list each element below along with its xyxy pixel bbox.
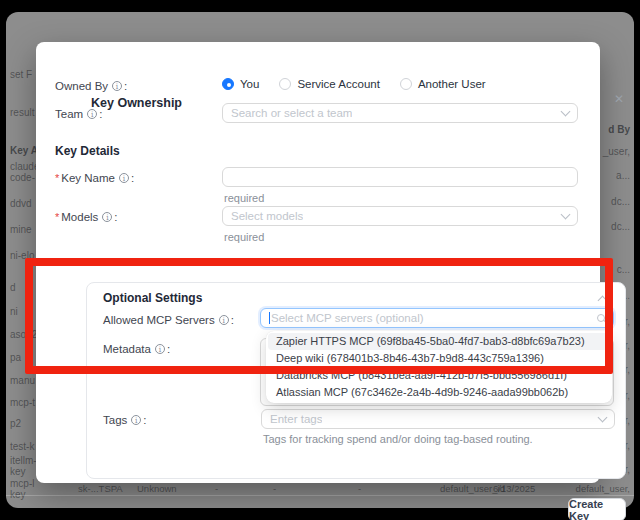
bg-fragment: ni <box>10 306 18 317</box>
key-name-required-hint: required <box>224 192 264 204</box>
create-key-button[interactable]: Create Key <box>568 498 626 520</box>
bg-fragment: ason2 <box>10 329 37 340</box>
owned-by-radio-group: You Service Account Another User <box>222 78 500 90</box>
search-icon <box>597 314 605 322</box>
screenshot-stage: set F result Key A claude code- ddvd min… <box>0 0 640 520</box>
bg-fragment: itellm- <box>10 455 37 466</box>
bg-column-header: d By <box>608 124 630 135</box>
info-icon: i <box>87 109 97 119</box>
chevron-down-icon <box>561 107 571 117</box>
team-placeholder: Search or select a team <box>231 107 352 119</box>
bg-fragment: _user, <box>603 146 630 157</box>
radio-you[interactable]: You <box>222 78 259 90</box>
bg-fragment: ddvd <box>10 198 32 209</box>
tags-select[interactable]: Enter tags <box>261 409 615 429</box>
mcp-servers-label: Allowed MCP Serversi: <box>103 314 234 326</box>
bg-row-key-token: sk-...TSPA <box>78 483 123 494</box>
bg-fragment: result <box>10 107 34 118</box>
mcp-option-atlassian[interactable]: Atlassian MCP (67c3462e-2a4b-4d9b-9246-a… <box>268 384 610 401</box>
mcp-servers-select[interactable]: Select MCP servers (optional) <box>260 308 614 328</box>
bg-fragment: mine <box>10 224 32 235</box>
bg-fragment: mcp-t <box>10 397 35 408</box>
chevron-down-icon <box>561 210 571 220</box>
bg-fragment: manu <box>10 375 35 386</box>
mcp-servers-dropdown: Zapier HTTPS MCP (69f8ba45-5ba0-4fd7-bab… <box>266 331 612 403</box>
tags-help-text: Tags for tracking spend and/or doing tag… <box>263 433 533 445</box>
models-required-hint: required <box>224 231 264 243</box>
bg-row-date: 6/13/2025 <box>493 483 535 494</box>
radio-unselected-icon[interactable] <box>400 78 412 90</box>
radio-another-user[interactable]: Another User <box>400 78 486 90</box>
key-ownership-modal: Key Ownership ✕ Owned Byi: You Service A… <box>36 42 600 483</box>
close-icon[interactable]: ✕ <box>614 93 624 105</box>
optional-settings-heading: Optional Settings <box>103 291 202 305</box>
bg-fragment: ni-elo <box>10 250 34 261</box>
metadata-label: Metadatai: <box>103 343 170 355</box>
radio-selected-icon[interactable] <box>222 78 234 90</box>
models-select[interactable]: Select models <box>222 206 578 226</box>
bg-fragment: pa <box>10 352 21 363</box>
bg-fragment: dc... <box>611 196 630 207</box>
info-icon: i <box>119 173 129 183</box>
key-name-input[interactable] <box>222 167 578 187</box>
bg-row-created-by: default_user, <box>576 483 630 494</box>
bg-fragment: mcp-l <box>10 478 34 489</box>
mcp-placeholder: Select MCP servers (optional) <box>271 312 424 324</box>
chevron-up-icon[interactable] <box>598 296 608 306</box>
bg-fragment: a... <box>616 170 630 181</box>
key-details-heading: Key Details <box>55 144 120 158</box>
bg-row-divider <box>6 495 634 496</box>
bg-fragment: c... <box>617 264 630 275</box>
radio-service-account[interactable]: Service Account <box>279 78 379 90</box>
key-name-label: *Key Namei: <box>55 172 134 184</box>
bg-fragment: key <box>10 466 26 477</box>
bg-row-cell: - <box>215 483 218 494</box>
radio-unselected-icon[interactable] <box>279 78 291 90</box>
text-cursor <box>269 312 270 324</box>
info-icon: i <box>131 415 141 425</box>
models-label: *Modelsi: <box>55 211 118 223</box>
bg-row-cell: - <box>358 483 361 494</box>
bg-row-secret: Unknown <box>137 483 177 494</box>
tags-placeholder: Enter tags <box>270 413 322 425</box>
tags-label: Tagsi: <box>103 414 147 426</box>
bg-row-cell: - <box>273 483 276 494</box>
info-icon: i <box>219 315 229 325</box>
info-icon: i <box>102 212 112 222</box>
mcp-option-zapier[interactable]: Zapier HTTPS MCP (69f8ba45-5ba0-4fd7-bab… <box>268 333 610 350</box>
team-select[interactable]: Search or select a team <box>222 103 578 123</box>
info-icon: i <box>112 81 122 91</box>
mcp-option-deep-wiki[interactable]: Deep wiki (678401b3-8b46-43b7-b9d8-443c7… <box>268 350 610 367</box>
bg-fragment: dc... <box>611 221 630 232</box>
bg-fragment: p2 <box>10 418 21 429</box>
mcp-option-databricks[interactable]: Databricks MCP (b8431bea-aa9f-412b-b7f5-… <box>268 367 610 384</box>
bg-fragment: d <box>10 282 16 293</box>
bg-column-header: Key A <box>10 145 38 156</box>
models-placeholder: Select models <box>231 210 303 222</box>
bg-fragment: code- <box>10 172 35 183</box>
owned-by-label: Owned Byi: <box>55 80 127 92</box>
team-label: Teami: <box>55 108 102 120</box>
bg-fragment: test-k <box>10 441 34 452</box>
info-icon: i <box>155 344 165 354</box>
bg-fragment: set F <box>10 69 32 80</box>
modal-title: Key Ownership <box>91 96 182 110</box>
chevron-down-icon <box>598 413 608 423</box>
